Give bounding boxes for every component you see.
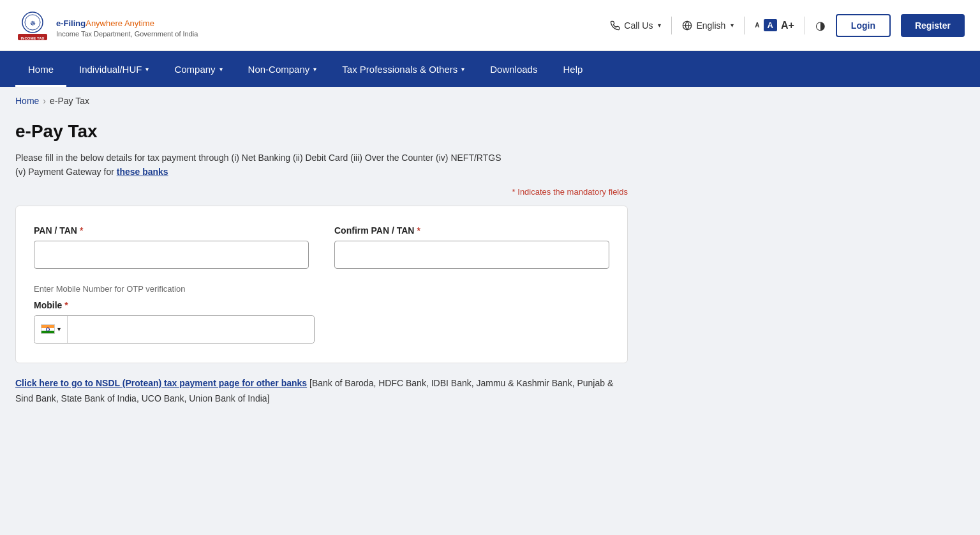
required-asterisk: *: [512, 187, 516, 197]
nav-item-downloads[interactable]: Downloads: [477, 51, 550, 87]
these-banks-link[interactable]: these banks: [117, 167, 168, 177]
nav-item-individual[interactable]: Individual/HUF ▾: [66, 51, 161, 87]
header: ☸ INCOME TAX e-FilingAnywhere Anytime In…: [0, 0, 980, 51]
mandatory-note-text: Indicates the mandatory fields: [517, 187, 628, 197]
confirm-pan-tan-group: Confirm PAN / TAN*: [334, 225, 609, 269]
svg-text:☸: ☸: [30, 20, 36, 27]
breadcrumb: Home › e-Pay Tax: [0, 87, 980, 115]
nav-item-help[interactable]: Help: [550, 51, 595, 87]
login-button[interactable]: Login: [836, 14, 891, 37]
globe-icon: [682, 20, 692, 31]
nav-company-chevron-icon: ▾: [219, 66, 223, 73]
logo-title: e-FilingAnywhere Anytime: [56, 13, 198, 30]
phone-icon: [610, 20, 620, 31]
form-card: PAN / TAN* Confirm PAN / TAN* Enter Mobi…: [15, 206, 628, 363]
nsdl-section: Click here to go to NSDL (Protean) tax p…: [15, 376, 628, 407]
mobile-hint: Enter Mobile Number for OTP verification: [34, 284, 315, 294]
pan-tan-label: PAN / TAN*: [34, 225, 309, 236]
mobile-required: *: [64, 300, 68, 310]
mobile-number-input[interactable]: [68, 316, 314, 343]
language-chevron-icon: ▾: [731, 22, 734, 29]
nav-downloads-label: Downloads: [490, 64, 537, 75]
confirm-pan-tan-input[interactable]: [334, 241, 609, 269]
header-divider-2: [744, 17, 745, 34]
nav-item-taxprofessionals[interactable]: Tax Professionals & Others ▾: [329, 51, 477, 87]
logo-subtitle: Income Tax Department, Government of Ind…: [56, 30, 198, 38]
font-controls: A A A+: [755, 19, 794, 31]
nav-noncompany-label: Non-Company: [248, 64, 310, 75]
nav-individual-chevron-icon: ▾: [145, 66, 149, 73]
header-right: Call Us ▾ English ▾ A A A+ ◑ Login Regis…: [610, 14, 965, 37]
font-small-button[interactable]: A: [755, 22, 759, 29]
confirm-pan-tan-required: *: [417, 225, 420, 236]
font-medium-button[interactable]: A: [764, 19, 777, 31]
page-title: e-Pay Tax: [15, 121, 687, 142]
breadcrumb-current: e-Pay Tax: [50, 96, 89, 106]
confirm-pan-tan-label: Confirm PAN / TAN*: [334, 225, 609, 236]
nav-individual-label: Individual/HUF: [79, 64, 142, 75]
nav-taxprofessionals-label: Tax Professionals & Others: [342, 64, 457, 75]
nav-taxprofessionals-chevron-icon: ▾: [461, 66, 464, 73]
logo-tagline: Anywhere Anytime: [85, 19, 154, 28]
mobile-label: Mobile*: [34, 300, 315, 310]
breadcrumb-separator: ›: [43, 96, 46, 106]
pan-tan-required: *: [80, 225, 83, 236]
pan-tan-row: PAN / TAN* Confirm PAN / TAN*: [34, 225, 609, 269]
emblem-icon: ☸ INCOME TAX: [15, 8, 50, 43]
font-large-button[interactable]: A+: [781, 20, 794, 31]
header-divider-3: [805, 17, 805, 34]
pan-tan-input[interactable]: [34, 241, 309, 269]
page-description: Please fill in the below details for tax…: [15, 151, 687, 179]
dropdown-chevron-icon: ▾: [57, 326, 61, 333]
language-label: English: [696, 20, 725, 31]
nav-company-label: Company: [174, 64, 215, 75]
mobile-group: Enter Mobile Number for OTP verification…: [34, 284, 315, 343]
nav-help-label: Help: [563, 64, 583, 75]
nav-noncompany-chevron-icon: ▾: [313, 66, 316, 73]
nsdl-link[interactable]: Click here to go to NSDL (Protean) tax p…: [15, 378, 307, 388]
nav-item-company[interactable]: Company ▾: [161, 51, 235, 87]
pan-tan-group: PAN / TAN*: [34, 225, 309, 269]
main-nav: Home Individual/HUF ▾ Company ▾ Non-Comp…: [0, 51, 980, 87]
nav-item-noncompany[interactable]: Non-Company ▾: [235, 51, 330, 87]
main-content: e-Pay Tax Please fill in the below detai…: [0, 115, 702, 432]
logo-area: ☸ INCOME TAX e-FilingAnywhere Anytime In…: [15, 8, 198, 43]
mandatory-note: * Indicates the mandatory fields: [15, 187, 628, 197]
call-us-button[interactable]: Call Us ▾: [610, 20, 661, 31]
breadcrumb-home-link[interactable]: Home: [15, 96, 39, 106]
svg-text:INCOME TAX: INCOME TAX: [20, 36, 44, 40]
header-divider-1: [671, 17, 672, 34]
register-button[interactable]: Register: [901, 14, 965, 37]
mobile-input-wrap: ▾: [34, 315, 315, 343]
language-button[interactable]: English ▾: [682, 20, 734, 31]
country-code-button[interactable]: ▾: [34, 316, 68, 343]
ashoka-chakra-icon: [46, 328, 50, 331]
nav-item-home[interactable]: Home: [15, 51, 66, 87]
call-chevron-icon: ▾: [658, 22, 661, 29]
nav-home-label: Home: [28, 64, 54, 75]
call-us-label: Call Us: [624, 20, 653, 31]
logo-text: e-FilingAnywhere Anytime Income Tax Depa…: [56, 13, 198, 38]
india-flag-icon: [41, 324, 55, 334]
contrast-button[interactable]: ◑: [815, 19, 826, 33]
